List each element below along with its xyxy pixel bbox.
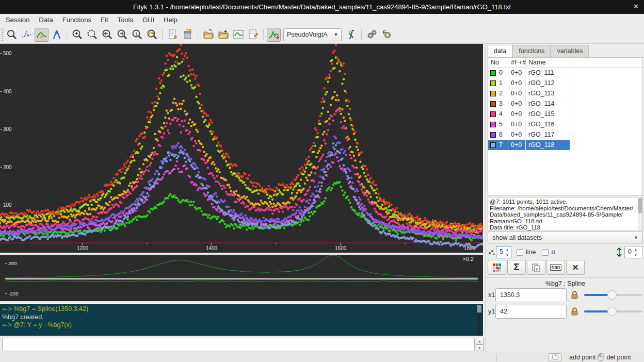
menu-data[interactable]: Data: [34, 14, 57, 25]
plot-controls-row: 5▲▼ line σ 0▲▼: [488, 245, 643, 259]
statusbar: [0, 352, 644, 362]
menubar: SessionDataFunctionsFitToolsGUIHelp: [0, 14, 644, 26]
info-scrollbar[interactable]: [638, 198, 642, 231]
x1-input[interactable]: 1350.3: [495, 288, 567, 302]
scatter-series-rGO_114: [0, 44, 483, 230]
main-plot[interactable]: 1002003004005001200140016001800: [0, 44, 483, 253]
background-mode-icon[interactable]: [35, 28, 49, 42]
line-checkbox[interactable]: [517, 249, 523, 256]
lock-icon[interactable]: [570, 290, 579, 300]
toolbar-separator: [162, 29, 163, 40]
nan-button[interactable]: nan: [546, 260, 565, 275]
x1-slider[interactable]: [584, 294, 642, 296]
datasets-view-select[interactable]: show all datasets ▼: [488, 232, 643, 243]
auto-add-peak-icon[interactable]: [267, 28, 281, 42]
add-peak-mode-icon[interactable]: [50, 28, 63, 42]
spline-function-title: %bg7 : Spline: [486, 280, 644, 287]
menu-help[interactable]: Help: [159, 14, 182, 25]
zoom-in-icon[interactable]: [70, 28, 84, 42]
dataset-color-swatch: [490, 101, 496, 107]
command-input[interactable]: [2, 338, 475, 351]
window-close-button[interactable]: ✕: [633, 3, 639, 10]
aux-plot[interactable]: 200-200×0.2: [0, 254, 483, 301]
reset-session-icon[interactable]: [181, 28, 195, 42]
point-size-icon: [488, 248, 496, 256]
function-type-select[interactable]: PseudoVoigtA ▼: [283, 28, 342, 41]
toolbar-separator: [67, 29, 67, 40]
output-console: =-> %bg7 = Spline(1350.3,42)%bg7 created…: [0, 303, 483, 336]
tab-functions[interactable]: functions: [512, 45, 551, 57]
menu-gui[interactable]: GUI: [138, 14, 159, 25]
table-row[interactable]: 40+0rGO_115: [488, 109, 642, 119]
spline-x1-row: x1 1350.3: [487, 288, 644, 302]
zoom-mode-icon[interactable]: [5, 28, 19, 42]
console-line: =-> @7: Y = y - %bg7(x): [2, 321, 483, 330]
menu-fit[interactable]: Fit: [96, 14, 112, 25]
y1-label: y1: [487, 308, 495, 315]
svg-text:1200: 1200: [77, 245, 89, 251]
tab-data[interactable]: data: [488, 45, 512, 57]
console-scrollbar[interactable]: [477, 305, 482, 336]
x1-label: x1: [487, 291, 495, 299]
table-row[interactable]: 70+0rGO_118: [488, 140, 642, 150]
shift-spinner[interactable]: 0▲▼: [624, 246, 643, 258]
menu-functions[interactable]: Functions: [58, 14, 96, 25]
load-data-icon[interactable]: [201, 28, 215, 42]
table-row[interactable]: 10+0rGO_112: [488, 78, 642, 88]
zoom-right-icon[interactable]: [115, 28, 129, 42]
svg-text:500: 500: [3, 51, 12, 56]
sidebar-tabs: datafunctionsvariables: [488, 45, 589, 57]
session-log-icon[interactable]: [166, 28, 180, 42]
append-data-icon[interactable]: [216, 28, 230, 42]
close-dataset-button[interactable]: ✕: [566, 260, 585, 275]
toolbar-separator: [361, 29, 362, 40]
mouse-hint-area: add point del point: [548, 353, 631, 361]
data-export-icon[interactable]: [231, 28, 245, 42]
toolbar-grip: [1, 28, 4, 41]
run-fit-icon[interactable]: [365, 28, 379, 42]
table-row[interactable]: 50+0rGO_116: [488, 119, 642, 129]
menu-session[interactable]: Session: [1, 14, 34, 25]
sidebar: datafunctionsvariables No#F+#Name00+0rGO…: [486, 44, 644, 352]
y1-input[interactable]: 42: [495, 305, 567, 319]
lock-icon[interactable]: [570, 307, 579, 316]
dataset-colors-button[interactable]: [488, 260, 506, 275]
svg-text:100: 100: [3, 202, 12, 208]
svg-text:200: 200: [8, 260, 17, 266]
command-history-spinner[interactable]: ▲▼: [476, 338, 484, 351]
spline-y1-row: y1 42: [487, 304, 644, 319]
data-editor-icon[interactable]: [246, 28, 260, 42]
point-size-spinner[interactable]: 5▲▼: [496, 246, 511, 258]
svg-text:300: 300: [3, 126, 12, 132]
zoom-left-icon[interactable]: [100, 28, 114, 42]
table-row[interactable]: 00+0rGO_111: [488, 68, 642, 78]
sigma-checkbox-label: σ: [551, 249, 555, 256]
data-range-mode-icon[interactable]: [20, 28, 34, 42]
zoom-rect-icon[interactable]: [85, 28, 99, 42]
mouse-icon: [597, 353, 605, 361]
table-row[interactable]: 60+0rGO_117: [488, 129, 642, 140]
mouse-config-button[interactable]: [548, 353, 562, 361]
undo-fit-icon[interactable]: [380, 28, 394, 42]
tab-variables[interactable]: variables: [551, 45, 589, 57]
table-row[interactable]: 20+0rGO_113: [488, 88, 642, 98]
scatter-series-rGO_113: [0, 91, 483, 234]
menu-tools[interactable]: Tools: [113, 14, 138, 25]
sigma-checkbox[interactable]: [542, 249, 549, 256]
sum-datasets-button[interactable]: Σ: [507, 260, 526, 275]
y1-slider[interactable]: [584, 310, 642, 312]
svg-text:-200: -200: [8, 291, 19, 297]
dataset-color-swatch: [490, 111, 496, 117]
zoom-previous-icon[interactable]: [145, 28, 159, 42]
define-function-icon[interactable]: [344, 28, 358, 42]
line-checkbox-label: line: [526, 249, 536, 256]
dataset-color-swatch: [490, 91, 496, 96]
console-line: =-> %bg7 = Spline(1350.3,42): [2, 305, 483, 314]
dataset-color-swatch: [490, 70, 496, 76]
table-row[interactable]: 30+0rGO_114: [488, 98, 642, 109]
svg-text:200: 200: [3, 164, 12, 170]
zoom-100-icon[interactable]: 1: [130, 28, 144, 42]
sidebar-buttons: Σ y nan ✕: [488, 260, 586, 275]
copy-data-button[interactable]: y: [527, 260, 545, 275]
dataset-info: @7: 1011 points, 1011 active.Filename: /…: [488, 197, 643, 231]
